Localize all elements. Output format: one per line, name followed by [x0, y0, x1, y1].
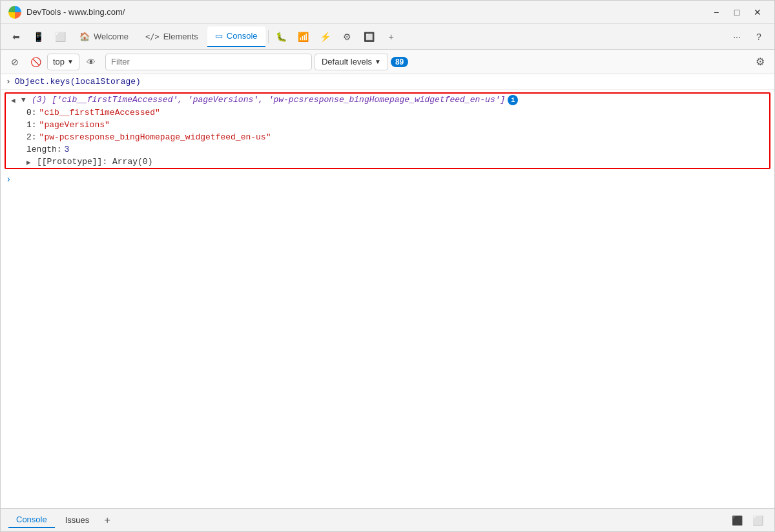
- level-label: Default levels: [322, 57, 372, 66]
- prop-key-length: length:: [26, 145, 62, 154]
- elements-icon: </>: [145, 32, 160, 41]
- tab-elements-label: Elements: [163, 32, 198, 41]
- chevron-down-icon: ▼: [67, 58, 74, 65]
- tab-welcome-label: Welcome: [94, 32, 129, 41]
- prototype-line: ▶ [[Prototype]]: Array(0): [6, 156, 769, 168]
- tab-console[interactable]: ▭ Console: [207, 26, 265, 47]
- bottom-tab-console[interactable]: Console: [8, 512, 55, 528]
- prototype-text: [[Prototype]]: Array(0): [37, 157, 152, 167]
- tab-console-label: Console: [227, 31, 258, 41]
- filter-input[interactable]: [105, 54, 312, 70]
- console-toolbar: ⊘ 🚫 top ▼ 👁 Default levels ▼ 89 ⚙: [1, 50, 774, 74]
- network-icon-button[interactable]: 📶: [293, 26, 314, 47]
- prop-key-1: 1:: [26, 120, 37, 130]
- performance-icon-button[interactable]: ⚡: [315, 26, 336, 47]
- application-icon-button[interactable]: ⚙: [337, 26, 358, 47]
- bottom-right-controls: ⬛ ⬜: [728, 511, 767, 529]
- tab-separator: [268, 30, 269, 43]
- bottom-detach-button[interactable]: ⬜: [749, 511, 767, 529]
- prop-value-length: 3: [65, 145, 70, 154]
- next-prompt-line: ›: [1, 172, 774, 187]
- output-summary-line: ◀ ▼ (3) ['cib__firstTimeAccessed', 'page…: [6, 94, 769, 107]
- settings-gear-button[interactable]: ⚙: [751, 53, 769, 71]
- collapse-arrow-icon[interactable]: ◀: [11, 96, 19, 105]
- minimize-button[interactable]: −: [707, 6, 725, 19]
- home-icon: 🏠: [79, 32, 90, 41]
- add-tab-button[interactable]: +: [381, 26, 402, 47]
- output-block: ◀ ▼ (3) ['cib__firstTimeAccessed', 'page…: [5, 92, 770, 169]
- title-bar-controls: − □ ✕: [707, 6, 767, 19]
- context-selector[interactable]: top ▼: [47, 54, 79, 70]
- context-label: top: [53, 57, 65, 66]
- prop-value-0: "cib__firstTimeAccessed": [39, 108, 160, 118]
- tab-elements[interactable]: </> Elements: [138, 26, 206, 47]
- title-bar: DevTools - www.bing.com/ − □ ✕: [1, 1, 774, 24]
- output-summary-text: (3) ['cib__firstTimeAccessed', 'pageVers…: [32, 95, 505, 105]
- expand-arrow-icon[interactable]: ▼: [21, 96, 29, 104]
- toolbar-right: ⚙: [751, 53, 769, 71]
- devtools-logo: [8, 6, 21, 19]
- level-chevron-icon: ▼: [375, 58, 381, 65]
- close-button[interactable]: ✕: [749, 6, 767, 19]
- console-input-text[interactable]: Object.keys(localStorage): [15, 77, 141, 87]
- tab-welcome[interactable]: 🏠 Welcome: [72, 26, 136, 47]
- back-icon-button[interactable]: ⬅: [6, 26, 26, 47]
- tab-bar: ⬅ 📱 ⬜ 🏠 Welcome </> Elements ▭ Console 🐛…: [1, 24, 774, 50]
- next-prompt-arrow-icon: ›: [6, 174, 11, 185]
- layers-icon-button[interactable]: 🔲: [359, 26, 380, 47]
- title-bar-text: DevTools - www.bing.com/: [26, 7, 702, 17]
- prop-line-length: length: 3: [6, 143, 769, 156]
- prop-line-0: 0: "cib__firstTimeAccessed": [6, 107, 769, 119]
- error-count-badge: 89: [391, 57, 408, 67]
- inspect-icon-button[interactable]: ⬜: [50, 26, 70, 47]
- info-icon[interactable]: i: [508, 95, 518, 105]
- clear-console-button[interactable]: ⊘: [6, 53, 24, 71]
- console-input-line: › Object.keys(localStorage): [1, 74, 774, 90]
- console-prompt-arrow: ›: [6, 77, 11, 87]
- prop-key-2: 2:: [26, 132, 37, 142]
- eye-icon-button[interactable]: 👁: [82, 53, 100, 71]
- dock-icon-button[interactable]: 📱: [28, 26, 48, 47]
- more-tools-button[interactable]: ···: [727, 26, 747, 47]
- prop-value-1: "pageVersions": [39, 120, 110, 130]
- filter-toggle-button[interactable]: 🚫: [26, 53, 45, 71]
- prop-key-0: 0:: [26, 108, 37, 118]
- bottom-add-button[interactable]: +: [99, 513, 115, 528]
- bottom-dock-button[interactable]: ⬛: [728, 511, 746, 529]
- help-button[interactable]: ?: [749, 26, 769, 47]
- console-content: › Object.keys(localStorage) ◀ ▼ (3) ['ci…: [1, 74, 774, 508]
- level-selector[interactable]: Default levels ▼: [315, 54, 388, 70]
- bottom-tab-issues[interactable]: Issues: [57, 513, 98, 527]
- prop-line-1: 1: "pageVersions": [6, 119, 769, 131]
- maximize-button[interactable]: □: [728, 6, 746, 19]
- bottom-bar: Console Issues + ⬛ ⬜: [1, 508, 774, 531]
- prototype-arrow-icon[interactable]: ▶: [26, 158, 34, 167]
- prop-value-2: "pw-pcsresponse_bingHomepage_widgetfeed_…: [39, 132, 271, 142]
- console-icon: ▭: [215, 31, 223, 41]
- prop-line-2: 2: "pw-pcsresponse_bingHomepage_widgetfe…: [6, 131, 769, 143]
- debug-icon-button[interactable]: 🐛: [271, 26, 292, 47]
